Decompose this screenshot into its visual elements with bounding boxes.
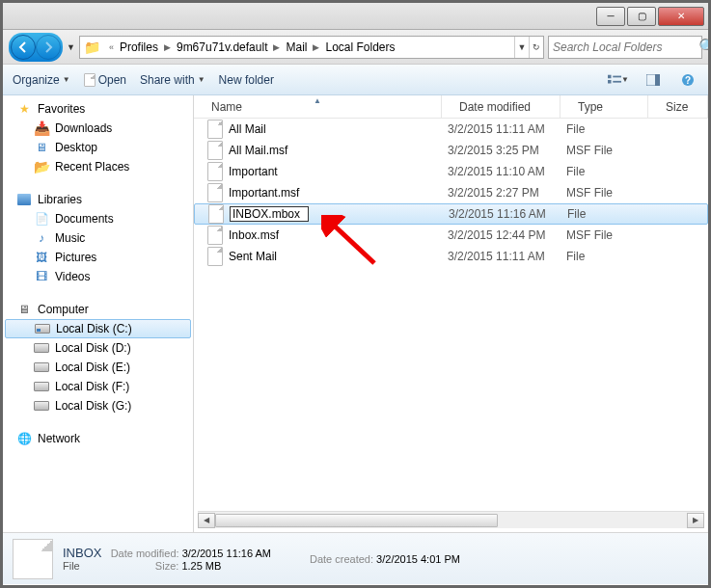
- nav-item-drive-f[interactable]: Local Disk (F:): [3, 377, 193, 396]
- breadcrumb-sep: «: [105, 42, 118, 52]
- file-row[interactable]: Inbox.msf3/2/2015 12:44 PMMSF File: [194, 225, 708, 246]
- close-button[interactable]: ✕: [658, 7, 704, 26]
- computer-icon: 🖥: [16, 302, 32, 317]
- network-header[interactable]: 🌐 Network: [3, 429, 193, 448]
- file-list-pane: Name ▲ Date modified Type Size All Mail3…: [194, 95, 708, 532]
- forward-button[interactable]: [36, 35, 61, 60]
- star-icon: ★: [16, 101, 32, 117]
- file-name: All Mail: [229, 122, 266, 136]
- share-menu[interactable]: Share with▼: [140, 73, 205, 87]
- recent-dropdown[interactable]: ▼: [67, 42, 75, 52]
- file-icon: [84, 73, 96, 87]
- nav-item-documents[interactable]: 📄Documents: [3, 209, 193, 228]
- rename-input[interactable]: [230, 206, 309, 222]
- computer-header[interactable]: 🖥 Computer: [3, 300, 193, 319]
- nav-buttons: [9, 33, 63, 62]
- file-icon: [207, 141, 223, 160]
- scroll-right-button[interactable]: ▶: [687, 513, 704, 528]
- nav-item-videos[interactable]: 🎞Videos: [3, 267, 193, 286]
- breadcrumb-item[interactable]: Local Folders: [323, 40, 397, 54]
- help-button[interactable]: ?: [677, 70, 698, 90]
- libraries-header[interactable]: Libraries: [3, 190, 193, 209]
- details-pane: INBOX Date modified: 3/2/2015 11:16 AM F…: [3, 532, 708, 584]
- nav-item-drive-d[interactable]: Local Disk (D:): [3, 338, 193, 358]
- file-list[interactable]: All Mail3/2/2015 11:11 AMFileAll Mail.ms…: [194, 119, 708, 511]
- downloads-icon: 📥: [34, 120, 49, 136]
- help-icon: ?: [681, 73, 695, 87]
- nav-item-downloads[interactable]: 📥Downloads: [3, 119, 193, 138]
- pictures-icon: 🖼: [34, 250, 49, 265]
- file-type: MSF File: [561, 186, 648, 200]
- details-size: 1.25 MB: [181, 560, 221, 572]
- preview-pane-button[interactable]: [643, 70, 664, 90]
- file-date: 3/2/2015 11:10 AM: [442, 165, 561, 178]
- file-row[interactable]: Sent Mail3/2/2015 11:11 AMFile: [194, 246, 708, 267]
- titlebar: ─ ▢ ✕: [3, 3, 708, 30]
- scroll-track[interactable]: [215, 513, 687, 528]
- details-type: File: [63, 560, 80, 572]
- file-date: 3/2/2015 3:25 PM: [442, 144, 561, 157]
- file-row[interactable]: Important3/2/2015 11:10 AMFile: [194, 161, 708, 182]
- details-modified: 3/2/2015 11:16 AM: [182, 548, 271, 559]
- file-row[interactable]: Important.msf3/2/2015 2:27 PMMSF File: [194, 182, 708, 203]
- chevron-right-icon[interactable]: ▶: [269, 42, 284, 52]
- file-date: 3/2/2015 2:27 PM: [442, 186, 561, 200]
- nav-item-drive-c[interactable]: Local Disk (C:): [5, 319, 191, 338]
- column-header-size[interactable]: Size: [648, 95, 708, 118]
- maximize-button[interactable]: ▢: [627, 7, 656, 26]
- path-dropdown-button[interactable]: ▼: [514, 37, 529, 58]
- column-header-name[interactable]: Name ▲: [194, 95, 442, 118]
- back-arrow-icon: [16, 40, 30, 54]
- refresh-button[interactable]: ↻: [529, 37, 543, 58]
- column-header-date[interactable]: Date modified: [442, 95, 561, 118]
- network-icon: 🌐: [16, 431, 32, 446]
- file-icon: [207, 183, 223, 202]
- file-large-icon: [13, 539, 53, 579]
- libraries-icon: [16, 192, 32, 207]
- back-button[interactable]: [11, 35, 36, 60]
- scroll-left-button[interactable]: ◀: [198, 513, 215, 528]
- details-modified-label: Date modified:: [111, 548, 179, 559]
- desktop-icon: 🖥: [34, 140, 49, 155]
- chevron-right-icon[interactable]: ▶: [160, 42, 175, 52]
- file-row[interactable]: All Mail3/2/2015 11:11 AMFile: [194, 119, 708, 140]
- nav-item-drive-g[interactable]: Local Disk (G:): [3, 396, 193, 415]
- file-row[interactable]: All Mail.msf3/2/2015 3:25 PMMSF File: [194, 140, 708, 161]
- nav-item-music[interactable]: ♪Music: [3, 228, 193, 248]
- view-icon: [608, 74, 621, 86]
- navigation-pane: ★ Favorites 📥Downloads 🖥Desktop 📂Recent …: [3, 95, 194, 532]
- svg-rect-1: [613, 75, 621, 77]
- nav-item-desktop[interactable]: 🖥Desktop: [3, 138, 193, 157]
- nav-item-drive-e[interactable]: Local Disk (E:): [3, 358, 193, 377]
- chevron-right-icon[interactable]: ▶: [309, 42, 323, 52]
- svg-rect-5: [655, 74, 660, 86]
- view-options-button[interactable]: ▼: [608, 70, 629, 90]
- file-name: Important: [229, 165, 278, 178]
- breadcrumb-item[interactable]: Profiles: [118, 40, 160, 54]
- searchbox[interactable]: 🔍: [548, 36, 702, 59]
- open-button[interactable]: Open: [84, 73, 126, 87]
- file-date: 3/2/2015 11:11 AM: [442, 250, 561, 263]
- file-type: MSF File: [561, 228, 648, 242]
- file-row[interactable]: 3/2/2015 11:16 AMFile: [194, 203, 708, 225]
- organize-menu[interactable]: Organize▼: [13, 73, 70, 87]
- horizontal-scrollbar[interactable]: ◀ ▶: [198, 511, 704, 528]
- breadcrumb-item[interactable]: 9m67u71v.default: [175, 40, 270, 54]
- column-header-type[interactable]: Type: [561, 95, 648, 118]
- minimize-button[interactable]: ─: [596, 7, 625, 26]
- nav-item-recent[interactable]: 📂Recent Places: [3, 157, 193, 176]
- drive-icon: [35, 321, 50, 336]
- scroll-thumb[interactable]: [215, 514, 498, 527]
- file-type: MSF File: [561, 144, 648, 157]
- column-headers: Name ▲ Date modified Type Size: [194, 95, 708, 119]
- search-icon: 🔍: [698, 38, 711, 56]
- documents-icon: 📄: [34, 211, 49, 227]
- favorites-header[interactable]: ★ Favorites: [3, 99, 193, 119]
- svg-text:?: ?: [685, 75, 691, 86]
- search-input[interactable]: [553, 40, 698, 54]
- nav-item-pictures[interactable]: 🖼Pictures: [3, 248, 193, 267]
- breadcrumb[interactable]: 📁 « Profiles ▶ 9m67u71v.default ▶ Mail ▶…: [79, 36, 544, 59]
- new-folder-button[interactable]: New folder: [219, 73, 274, 87]
- file-type: File: [561, 122, 648, 136]
- breadcrumb-item[interactable]: Mail: [284, 40, 309, 54]
